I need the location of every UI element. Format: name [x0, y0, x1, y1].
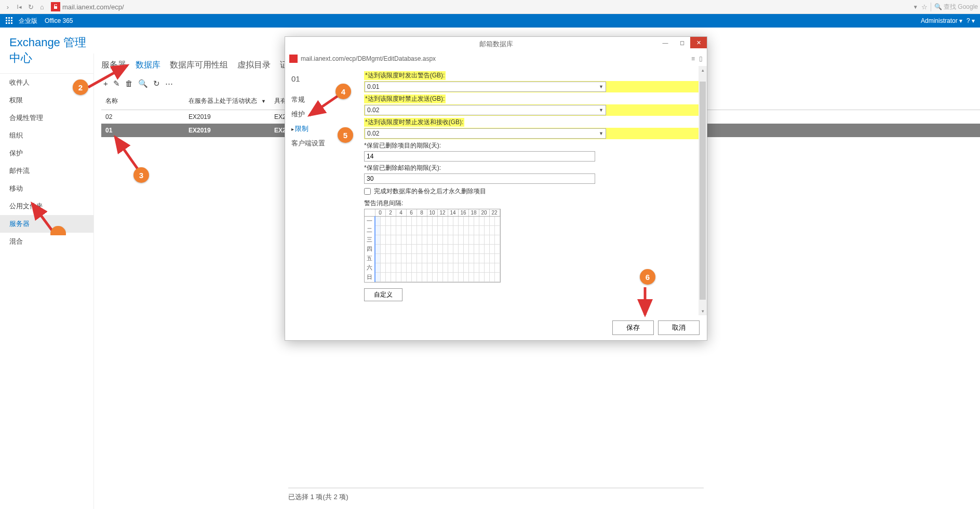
svg-rect-0 [54, 6, 57, 9]
svg-rect-7 [6, 22, 7, 24]
nav-permissions[interactable]: 权限 [0, 91, 93, 109]
scroll-thumb[interactable] [700, 82, 706, 300]
side-maintenance[interactable]: 维护 [291, 107, 354, 122]
browser-search[interactable]: 🔍 查找 Google [931, 3, 978, 11]
help-icon[interactable]: ? ▾ [966, 17, 975, 24]
search-placeholder: 查找 Google [944, 3, 978, 10]
scroll-down-icon[interactable]: ▾ [699, 307, 707, 315]
dialog-footer: 保存 取消 [285, 315, 707, 340]
dropdown-caret-icon[interactable]: ▼ [261, 99, 266, 104]
backup-checkbox[interactable] [364, 188, 371, 195]
keep-deleted-mbx-input[interactable] [364, 173, 595, 184]
edit-icon[interactable]: ✎ [113, 79, 120, 88]
backup-checkbox-label: 完成对数据库的备份之后才永久删除项目 [374, 187, 486, 196]
product-label: Office 365 [45, 17, 73, 24]
svg-rect-3 [11, 17, 12, 19]
url-text: mail.ianext.com/ecp/ [62, 3, 124, 11]
device-icon[interactable]: ▯ [699, 55, 703, 62]
side-client[interactable]: 客户端设置 [291, 136, 354, 151]
dialog-body: 01 常规 维护 限制 客户端设置 *达到该限度时发出警告(GB): 0.01▼… [285, 66, 707, 315]
status-bar: 已选择 1 项(共 2 项) [288, 488, 704, 502]
browser-reload-icon[interactable]: ↻ [25, 1, 36, 12]
prohibit-send-group: *达到该限度时禁止发送(GB): 0.02▼ [364, 95, 701, 116]
prohibit-send-label: *达到该限度时禁止发送(GB): [364, 95, 446, 103]
save-button[interactable]: 保存 [612, 320, 654, 335]
delete-icon[interactable]: 🗑 [125, 79, 133, 88]
nav-hybrid[interactable]: 混合 [0, 233, 93, 250]
col-name[interactable]: 名称 [101, 95, 184, 108]
svg-rect-8 [8, 22, 10, 24]
svg-rect-2 [8, 17, 10, 19]
keep-deleted-mbx-label: *保留已删除邮箱的期限(天): [364, 164, 701, 172]
search-icon[interactable]: 🔍 [138, 79, 148, 88]
nav-recipients[interactable]: 收件人 [0, 74, 93, 91]
dialog-form: *达到该限度时发出警告(GB): 0.01▼ *达到该限度时禁止发送(GB): … [354, 71, 701, 315]
nav-mailflow[interactable]: 邮件流 [0, 162, 93, 180]
prohibit-send-input[interactable]: 0.02▼ [365, 105, 606, 115]
warn-quota-label: *达到该限度时发出警告(GB): [364, 71, 446, 80]
nav: 收件人 权限 合规性管理 组织 保护 邮件流 移动 公用文件夹 服务器 混合 [0, 73, 93, 250]
browser-rewind-icon[interactable]: I◂ [14, 1, 25, 12]
svg-rect-9 [11, 22, 12, 24]
col-active[interactable]: 在服务器上处于活动状态▼ [184, 95, 270, 108]
menu-icon[interactable]: ≡ [691, 55, 695, 62]
cancel-button[interactable]: 取消 [658, 320, 700, 335]
prohibit-sr-group: *达到该限度时禁止发送和接收(GB): 0.02▼ [364, 118, 701, 139]
dialog-scrollbar[interactable]: ▴ ▾ [699, 66, 707, 315]
warn-quota-group: *达到该限度时发出警告(GB): 0.01▼ [364, 71, 701, 92]
nav-publicfolders[interactable]: 公用文件夹 [0, 197, 93, 215]
site-lock-icon [51, 2, 60, 11]
nav-compliance[interactable]: 合规性管理 [0, 109, 93, 127]
dialog-address-bar: mail.ianext.com/ecp/DBMgmt/EditDatabase.… [285, 51, 707, 66]
browser-back-icon[interactable]: › [2, 1, 14, 12]
edition-label: 企业版 [19, 17, 37, 25]
user-menu[interactable]: Administrator ▾ [921, 17, 962, 24]
keep-deleted-items-label: *保留已删除项目的期限(天): [364, 141, 701, 150]
side-general[interactable]: 常规 [291, 92, 354, 107]
close-icon[interactable]: ✕ [690, 37, 707, 48]
left-column: Exchange 管理中心 收件人 权限 合规性管理 组织 保护 邮件流 移动 … [0, 28, 93, 509]
site-lock-icon [289, 55, 298, 63]
nav-organization[interactable]: 组织 [0, 127, 93, 144]
svg-rect-1 [6, 17, 7, 19]
refresh-icon[interactable]: ↻ [153, 79, 160, 88]
tab-vdir[interactable]: 虚拟目录 [237, 60, 271, 71]
minimize-icon[interactable]: — [657, 37, 674, 48]
url-bar[interactable]: mail.ianext.com/ecp/ [51, 2, 124, 11]
page-title: Exchange 管理中心 [0, 35, 93, 73]
add-icon[interactable]: + [103, 79, 108, 88]
schedule-label: 警告消息间隔: [364, 199, 701, 208]
nav-protection[interactable]: 保护 [0, 144, 93, 162]
maximize-icon[interactable]: ◻ [674, 37, 690, 48]
prohibit-sr-label: *达到该限度时禁止发送和接收(GB): [364, 118, 464, 127]
side-limits[interactable]: 限制 [291, 122, 354, 136]
keep-deleted-items-input[interactable] [364, 151, 595, 162]
search-icon: 🔍 [934, 3, 942, 10]
browser-home-icon[interactable]: ⌂ [36, 1, 48, 12]
customize-button[interactable]: 自定义 [364, 288, 402, 301]
nav-mobile[interactable]: 移动 [0, 180, 93, 197]
keep-deleted-items-group: *保留已删除项目的期限(天): [364, 141, 701, 162]
svg-rect-5 [8, 20, 10, 21]
tab-servers[interactable]: 服务器 [101, 60, 126, 71]
more-icon[interactable]: ⋯ [165, 79, 173, 88]
db-name-label: 01 [291, 74, 354, 83]
dialog-sidebar: 01 常规 维护 限制 客户端设置 [291, 71, 354, 315]
schedule-grid[interactable]: 0246810121416182022一二三四五六日 [364, 209, 501, 283]
bookmark-icon[interactable]: ☆ [921, 3, 928, 11]
backup-checkbox-row[interactable]: 完成对数据库的备份之后才永久删除项目 [364, 187, 701, 196]
dialog-title: 邮箱数据库 [479, 39, 513, 49]
app-launcher-icon[interactable] [5, 17, 14, 25]
edit-database-dialog: 邮箱数据库 — ◻ ✕ mail.ianext.com/ecp/DBMgmt/E… [285, 36, 707, 341]
tab-databases[interactable]: 数据库 [136, 60, 160, 71]
warn-quota-input[interactable]: 0.01▼ [365, 82, 606, 92]
chevron-down-icon: ▼ [599, 84, 603, 89]
svg-rect-6 [11, 20, 12, 21]
dropdown-caret-icon[interactable]: ▼ [913, 4, 918, 10]
tab-dag[interactable]: 数据库可用性组 [170, 60, 228, 71]
nav-servers[interactable]: 服务器 [0, 215, 93, 233]
browser-toolbar: › I◂ ↻ ⌂ mail.ianext.com/ecp/ ▼ ☆ 🔍 查找 G… [0, 0, 980, 14]
scroll-up-icon[interactable]: ▴ [699, 66, 707, 74]
o365-header: 企业版 Office 365 Administrator ▾ ? ▾ [0, 14, 980, 28]
prohibit-sr-input[interactable]: 0.02▼ [365, 128, 606, 139]
